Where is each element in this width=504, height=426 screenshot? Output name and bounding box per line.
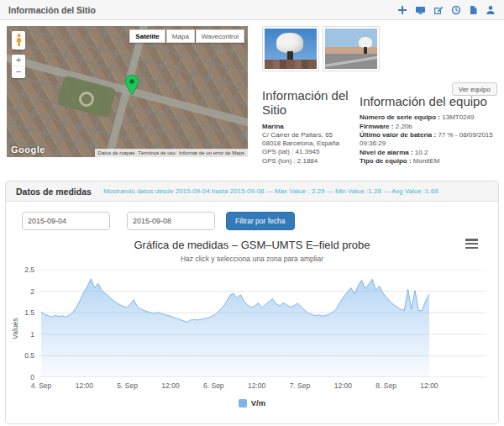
map-map-button[interactable]: Mapa [166, 29, 195, 43]
top-bar-actions [397, 5, 496, 15]
buildings [265, 60, 317, 69]
site-name: Marina [262, 123, 356, 130]
plus-icon[interactable] [397, 5, 407, 15]
map-wavecontrol-button[interactable]: Wavecontrol [196, 29, 244, 43]
legend-swatch [239, 399, 247, 408]
date-to-input[interactable] [127, 212, 215, 230]
map-roundabout [79, 92, 94, 107]
field-value: 10.2 [415, 149, 428, 156]
x-tick-label: 6. Sep [192, 381, 235, 390]
field-label: Firmware : [360, 123, 393, 130]
measurements-panel-title: Datos de medidas [16, 187, 92, 197]
equipment-info-heading: Información del equipo [360, 94, 499, 108]
legend-label: V/m [251, 398, 265, 408]
street-view-pegman-icon[interactable] [12, 31, 25, 50]
chart-export-menu-icon[interactable] [465, 239, 478, 249]
field-label: Número de serie equipo : [360, 113, 440, 121]
equipment-field-row: Firmware : 2.20b [360, 123, 499, 131]
x-tick-label: 4. Sep [19, 381, 63, 390]
x-tick-label: 12:00 [321, 381, 365, 390]
equipment-field-row: Tipo de equipo : MonitEM [360, 157, 499, 166]
site-gps-lon: GPS (lon) : 2.1884 [262, 157, 356, 166]
site-info-heading: Información del Sitio [262, 88, 356, 118]
rooftop-pipe [325, 55, 377, 67]
field-value: 2.20b [396, 123, 412, 130]
y-tick-label: 1 [8, 330, 34, 339]
y-tick-label: 0 [8, 373, 34, 381]
y-tick-label: 1.5 [8, 308, 34, 317]
equipment-photo-1 [265, 29, 317, 69]
x-tick-label: 7. Sep [278, 381, 322, 390]
google-logo: Google [11, 145, 45, 155]
map-marker-icon[interactable] [124, 75, 139, 99]
monitem-pole [364, 47, 367, 54]
filter-by-date-button[interactable]: Filtrar por fecha [226, 212, 295, 230]
report-error-link[interactable]: Informar de un error de Maps [179, 150, 244, 155]
field-value: MonitEM [413, 157, 440, 165]
measurements-panel-header: Datos de medidas Mostrando datos desde 2… [6, 181, 498, 202]
terms-link[interactable]: Términos de uso [138, 150, 176, 155]
equipment-field-row: Número de serie equipo : 13MT0249 [360, 113, 499, 122]
edit-icon[interactable] [433, 5, 444, 15]
field-label: Nivel de alarma : [360, 149, 413, 156]
measurement-chart: Gráfica de medidas – GSM–UMTS E–field pr… [6, 232, 498, 423]
y-tick-label: 0.5 [8, 351, 34, 360]
equipment-field-row: Último valor de batería : 77 % - 08/09/2… [360, 131, 499, 149]
equipment-photo-thumbnail[interactable] [262, 26, 319, 71]
map-data-link[interactable]: Datos de mapas [98, 150, 135, 155]
y-tick-label: 2.5 [8, 266, 34, 274]
zoom-in-button[interactable]: + [12, 55, 25, 66]
site-gps-lat: GPS (lat) : 41.3945 [262, 148, 356, 156]
measurements-panel: Datos de medidas Mostrando datos desde 2… [5, 181, 499, 424]
measurements-summary: Mostrando datos desde 2015-09-04 hasta 2… [103, 187, 438, 195]
chart-title: Gráfica de medidas – GSM–UMTS E–field pr… [6, 239, 498, 251]
x-tick-label: 12:00 [149, 381, 192, 390]
clock-icon[interactable] [451, 5, 461, 15]
monitem-dome [276, 33, 303, 53]
date-from-input[interactable] [22, 212, 110, 230]
y-tick-label: 2 [8, 287, 34, 296]
map-zoom-control: + − [12, 55, 25, 78]
x-tick-label: 8. Sep [365, 381, 408, 390]
site-map[interactable]: Satélite Mapa Wavecontrol + − Google Dat… [7, 26, 248, 157]
map-type-controls: Satélite Mapa Wavecontrol [129, 29, 244, 43]
map-attribution: Datos de mapas Términos de uso Informar … [95, 149, 248, 157]
site-address-line1: C/ Carrer de Pallars, 65 [262, 131, 356, 139]
chart-legend[interactable]: V/m [6, 398, 498, 408]
user-icon[interactable] [486, 5, 496, 15]
zoom-out-button[interactable]: − [12, 66, 25, 78]
report-icon[interactable] [469, 5, 478, 15]
equipment-field-row: Nivel de alarma : 10.2 [360, 149, 499, 157]
x-tick-label: 12:00 [235, 381, 279, 390]
equipment-info-section: Información del equipo Número de serie e… [360, 88, 499, 166]
field-label: Último valor de batería : [360, 131, 436, 139]
x-tick-label: 12:00 [407, 381, 451, 390]
map-satellite-button[interactable]: Satélite [129, 29, 165, 43]
top-bar: Información del Sitio [0, 0, 504, 20]
chart-subtitle: Haz click y selecciona una zona para amp… [6, 255, 498, 263]
x-tick-label: 5. Sep [106, 381, 150, 390]
measurement-plot[interactable] [39, 270, 486, 377]
field-label: Tipo de equipo : [360, 157, 412, 165]
site-info-section: Información del Sitio Marina C/ Carrer d… [262, 88, 356, 166]
equipment-photo-thumbnail[interactable] [323, 26, 380, 71]
field-value: 13MT0249 [442, 113, 474, 121]
x-tick-label: 12:00 [62, 381, 106, 390]
site-address-line2: 08018 Barcelona, España [262, 139, 356, 148]
monitor-icon[interactable] [415, 5, 426, 15]
page-title: Información del Sitio [8, 5, 96, 15]
equipment-photo-2 [325, 29, 377, 69]
